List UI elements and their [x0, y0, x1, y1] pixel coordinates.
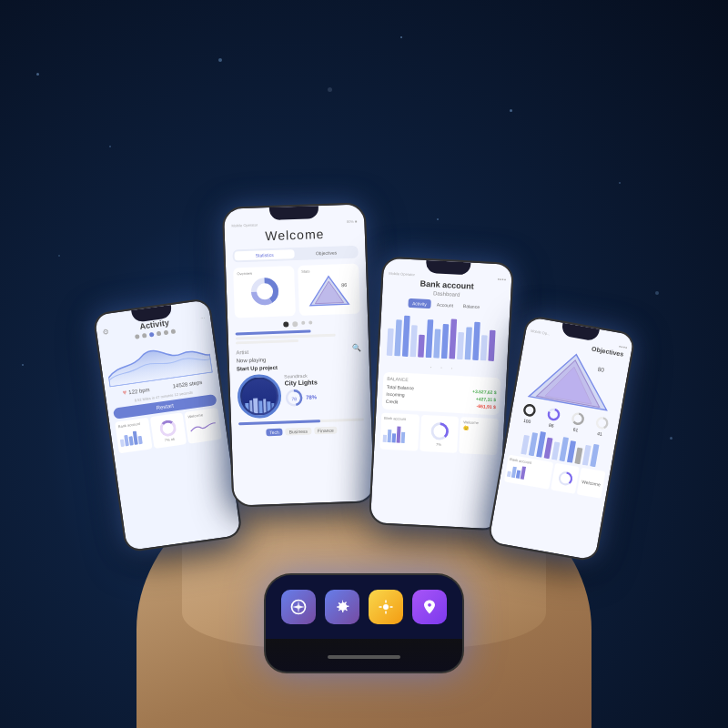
main-phone-bottom	[266, 639, 462, 673]
bank-tab-balance[interactable]: Balance	[459, 301, 485, 311]
svg-rect-28	[480, 335, 488, 360]
music-player: Soundtrack City Lights 78 78%	[237, 371, 364, 420]
settings-icon: ⚙	[102, 327, 109, 336]
phone-2-screen: Mobile Operator 80% ■ Welcome Statistics…	[224, 204, 374, 505]
donut-card: Overview	[233, 266, 296, 318]
floating-screens: ⚙ Activity ···	[36, 36, 692, 519]
bank-carrier: Mobile Operator	[389, 271, 415, 277]
main-phone-screen	[266, 575, 462, 639]
search-icon[interactable]: 🔍	[352, 344, 361, 352]
welcome-obj-label: Welcome	[581, 479, 601, 488]
music-progress-fill	[238, 420, 320, 425]
svg-rect-49	[567, 440, 576, 463]
phone-activity: ⚙ Activity ···	[92, 298, 243, 553]
svg-rect-11	[267, 401, 270, 413]
svg-rect-46	[544, 438, 553, 460]
purple-app-icon[interactable]	[412, 590, 447, 624]
bpm-value: 122 bpm	[128, 387, 150, 395]
svg-rect-52	[590, 444, 599, 468]
carrier-label: Mobile Operator	[231, 223, 258, 228]
balance-section: BALANCE Total Balance +3.527,62 $ Incomi…	[381, 372, 500, 416]
startup-label: Start Up project	[237, 362, 362, 372]
svg-point-59	[383, 604, 389, 610]
phone-bank-wrapper: Mobile Operator ●●●● Bank account Dashbo…	[369, 256, 514, 531]
svg-rect-50	[574, 448, 582, 465]
total-balance-value: +3.527,62 $	[472, 389, 497, 395]
compass-icon[interactable]	[281, 590, 316, 624]
svg-rect-22	[433, 329, 440, 359]
phone-3-screen: Mobile Operator ●●●● Bank account Dashbo…	[370, 258, 512, 529]
svg-rect-7	[249, 400, 253, 414]
settings-app-icon[interactable]	[325, 590, 359, 624]
tab-objectives[interactable]: Objectives	[296, 248, 356, 258]
svg-rect-6	[245, 403, 248, 414]
svg-rect-23	[441, 324, 449, 359]
svg-rect-26	[465, 327, 472, 359]
svg-rect-51	[582, 445, 592, 466]
svg-point-36	[523, 404, 535, 416]
battery-label: 80% ■	[347, 219, 358, 224]
percent-label: 78%	[306, 394, 317, 399]
svg-rect-8	[253, 399, 258, 414]
svg-rect-43	[521, 435, 530, 455]
svg-rect-27	[472, 322, 480, 360]
svg-rect-44	[529, 432, 538, 456]
svg-rect-18	[402, 316, 410, 357]
svg-rect-25	[457, 332, 464, 359]
circle-100: 100	[520, 401, 538, 424]
steps-value: 14528 steps	[172, 379, 202, 388]
welcome-tabs: Statistics Objectives	[232, 246, 358, 263]
yellow-app-icon[interactable]	[369, 590, 403, 624]
triangle-card: Stats 86	[298, 264, 360, 316]
incoming-label: Incoming	[386, 391, 405, 398]
credit-value: -651,91 $	[477, 403, 496, 410]
welcome-title: Welcome	[232, 226, 358, 245]
circle-61: 61	[568, 410, 586, 433]
progress-ring: 78	[285, 389, 304, 408]
music-info: Soundtrack City Lights 78 78%	[284, 371, 364, 418]
incoming-value: +427,31 $	[476, 396, 497, 402]
svg-rect-17	[394, 319, 402, 356]
svg-rect-29	[488, 330, 495, 361]
svg-rect-9	[258, 400, 262, 413]
svg-rect-12	[271, 403, 274, 413]
svg-rect-16	[387, 329, 394, 356]
divider-section	[236, 329, 361, 345]
welcome-dots	[235, 319, 360, 329]
tab-tech[interactable]: Tech	[266, 429, 283, 437]
svg-text:86: 86	[341, 282, 347, 288]
svg-rect-19	[410, 325, 417, 357]
phone-bank: Mobile Operator ●●●● Bank account Dashbo…	[369, 256, 514, 531]
bank-tab-activity[interactable]: Activity	[408, 298, 431, 308]
obj-signal: ●●●●	[619, 344, 628, 350]
svg-marker-57	[292, 605, 304, 608]
total-label: Total Balance	[387, 384, 414, 391]
svg-text:78: 78	[291, 396, 297, 401]
welcome-cards: Overview Stats	[233, 264, 360, 318]
svg-text:80: 80	[597, 366, 605, 373]
bank-chart	[385, 310, 504, 362]
bank-tab-account[interactable]: Account	[432, 299, 459, 309]
phone-activity-wrapper: ⚙ Activity ···	[92, 298, 243, 553]
credit-label: Credit	[386, 399, 399, 405]
svg-rect-21	[426, 319, 434, 358]
svg-rect-47	[551, 441, 560, 460]
circle-86: 86	[544, 406, 562, 429]
tab-business[interactable]: Business	[286, 428, 312, 436]
svg-rect-24	[449, 318, 457, 359]
phone-2-notch	[269, 206, 318, 220]
bank-signal: ●●●●	[497, 277, 506, 281]
phone-welcome-wrapper: Mobile Operator 80% ■ Welcome Statistics…	[222, 202, 376, 507]
heart-icon: ♥	[122, 389, 127, 398]
artist-label: Artist	[236, 349, 248, 354]
tab-finance[interactable]: Finance	[314, 427, 338, 435]
home-bar	[328, 655, 400, 659]
circle-41: 41	[592, 415, 611, 438]
svg-rect-20	[418, 335, 425, 358]
main-phone	[264, 573, 464, 673]
svg-rect-10	[263, 399, 267, 413]
phone-1-screen: ⚙ Activity ···	[95, 299, 241, 551]
music-progress-bar	[238, 419, 364, 426]
phone-welcome: Mobile Operator 80% ■ Welcome Statistics…	[222, 202, 376, 507]
tab-statistics[interactable]: Statistics	[234, 249, 294, 260]
